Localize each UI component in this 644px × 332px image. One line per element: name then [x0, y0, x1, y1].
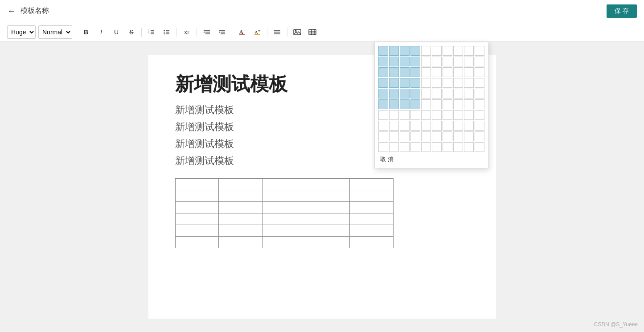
table-picker-cell[interactable]	[443, 99, 452, 109]
table-picker-cell[interactable]	[432, 46, 442, 56]
table-cell[interactable]	[175, 190, 219, 202]
table-picker-cell[interactable]	[453, 121, 463, 131]
table-picker-cell[interactable]	[378, 57, 388, 66]
table-picker-cell[interactable]	[453, 131, 463, 141]
table-picker-cell[interactable]	[443, 78, 452, 88]
table-picker-cell[interactable]	[475, 78, 484, 88]
font-style-select[interactable]: Normal	[38, 25, 72, 39]
table-cell[interactable]	[175, 202, 219, 213]
table-picker-cell[interactable]	[443, 121, 452, 131]
table-picker-cell[interactable]	[432, 131, 442, 141]
table-cell[interactable]	[175, 225, 219, 237]
table-picker-cell[interactable]	[400, 78, 410, 88]
table-picker-cell[interactable]	[421, 67, 431, 77]
table-picker-cell[interactable]	[443, 142, 452, 152]
font-size-select[interactable]: Huge	[7, 25, 36, 39]
table-cell[interactable]	[306, 225, 349, 237]
table-cell[interactable]	[263, 225, 306, 237]
table-picker-cell[interactable]	[410, 110, 420, 120]
table-picker-cell[interactable]	[400, 121, 410, 131]
table-cell[interactable]	[349, 190, 393, 202]
table-picker-cell[interactable]	[378, 131, 388, 141]
table-cell[interactable]	[219, 202, 263, 213]
table-cell[interactable]	[306, 213, 349, 225]
table-picker-cell[interactable]	[389, 78, 399, 88]
table-picker-cell[interactable]	[421, 46, 431, 56]
table-picker-cell[interactable]	[410, 99, 420, 109]
table-picker-cell[interactable]	[475, 142, 484, 152]
table-picker-cell[interactable]	[410, 78, 420, 88]
table-picker-cell[interactable]	[464, 142, 474, 152]
table-picker-cell[interactable]	[432, 57, 442, 66]
table-picker-cell[interactable]	[432, 67, 442, 77]
table-cell[interactable]	[219, 237, 263, 248]
table-picker-cell[interactable]	[400, 99, 410, 109]
table-picker-cell[interactable]	[378, 46, 388, 56]
table-picker-cell[interactable]	[475, 131, 484, 141]
table-picker-cell[interactable]	[432, 110, 442, 120]
table-cell[interactable]	[263, 179, 306, 190]
table-cell[interactable]	[175, 213, 219, 225]
table-picker-cell[interactable]	[475, 57, 484, 66]
table-picker-cell[interactable]	[410, 131, 420, 141]
table-cell[interactable]	[349, 225, 393, 237]
table-cell[interactable]	[219, 179, 263, 190]
table-picker-cell[interactable]	[389, 121, 399, 131]
table-picker-cell[interactable]	[400, 57, 410, 66]
table-picker-cell[interactable]	[421, 89, 431, 98]
table-picker-cell[interactable]	[464, 78, 474, 88]
table-picker-cell[interactable]	[421, 99, 431, 109]
table-picker-cell[interactable]	[464, 121, 474, 131]
italic-button[interactable]: I	[95, 25, 107, 39]
table-picker-cell[interactable]	[443, 57, 452, 66]
table-picker-cell[interactable]	[453, 46, 463, 56]
table-picker-cell[interactable]	[410, 89, 420, 98]
table-picker-cell[interactable]	[464, 57, 474, 66]
table-picker-cancel-button[interactable]: 取 消	[378, 155, 395, 164]
table-picker-cell[interactable]	[389, 99, 399, 109]
table-picker-cell[interactable]	[410, 121, 420, 131]
table-picker-cell[interactable]	[475, 89, 484, 98]
table-picker-cell[interactable]	[400, 46, 410, 56]
table-picker-cell[interactable]	[421, 142, 431, 152]
table-picker-cell[interactable]	[378, 142, 388, 152]
table-picker-cell[interactable]	[389, 67, 399, 77]
table-picker-cell[interactable]	[389, 89, 399, 98]
table-cell[interactable]	[175, 237, 219, 248]
table-picker-cell[interactable]	[475, 99, 484, 109]
table-picker-cell[interactable]	[432, 142, 442, 152]
table-cell[interactable]	[263, 190, 306, 202]
table-picker-cell[interactable]	[378, 121, 388, 131]
table-cell[interactable]	[219, 190, 263, 202]
table-picker-cell[interactable]	[400, 142, 410, 152]
table-cell[interactable]	[219, 213, 263, 225]
image-button[interactable]	[291, 25, 304, 39]
table-cell[interactable]	[349, 237, 393, 248]
table-picker-cell[interactable]	[410, 46, 420, 56]
font-color-button[interactable]: A	[236, 25, 248, 39]
table-picker-cell[interactable]	[389, 142, 399, 152]
table-picker-cell[interactable]	[421, 78, 431, 88]
back-button[interactable]: ←	[7, 6, 16, 16]
table-picker-cell[interactable]	[389, 131, 399, 141]
ordered-list-button[interactable]: 1 2 3	[145, 25, 158, 39]
table-picker-cell[interactable]	[378, 89, 388, 98]
table-picker-cell[interactable]	[475, 46, 484, 56]
table-picker-cell[interactable]	[389, 46, 399, 56]
table-picker-cell[interactable]	[410, 67, 420, 77]
table-picker-cell[interactable]	[453, 142, 463, 152]
table-cell[interactable]	[306, 190, 349, 202]
table-picker-cell[interactable]	[389, 57, 399, 66]
unordered-list-button[interactable]	[160, 25, 173, 39]
table-picker-cell[interactable]	[432, 99, 442, 109]
table-picker-cell[interactable]	[421, 110, 431, 120]
bold-button[interactable]: B	[80, 25, 92, 39]
table-picker-cell[interactable]	[432, 121, 442, 131]
table-picker-cell[interactable]	[400, 110, 410, 120]
table-cell[interactable]	[306, 202, 349, 213]
table-picker-cell[interactable]	[453, 89, 463, 98]
table-picker-cell[interactable]	[464, 89, 474, 98]
highlight-button[interactable]: A ✦	[251, 25, 263, 39]
table-picker-cell[interactable]	[378, 67, 388, 77]
table-cell[interactable]	[349, 202, 393, 213]
